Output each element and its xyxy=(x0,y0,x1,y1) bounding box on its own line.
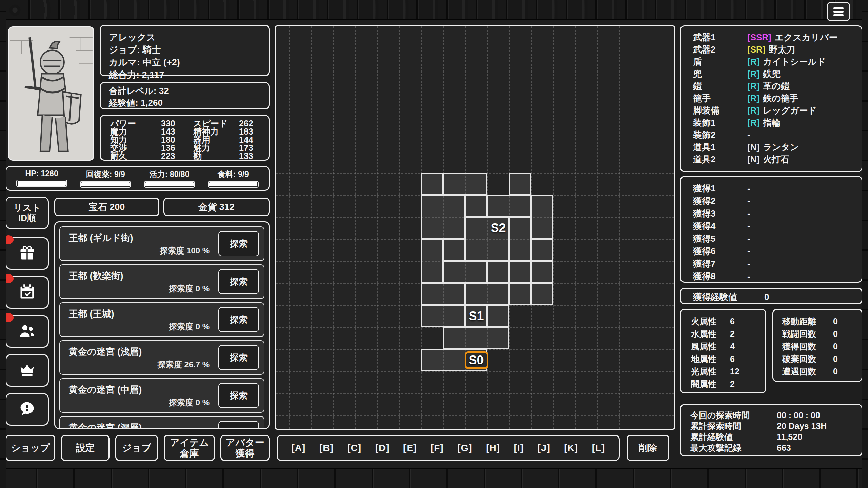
job-button[interactable]: ジョブ xyxy=(115,435,158,461)
button-label-line: アイテム xyxy=(170,437,209,448)
element-label: 地属性 xyxy=(691,353,730,365)
data-row: 獲得8- xyxy=(693,270,858,283)
room-outline xyxy=(509,283,531,305)
ornamental-border-bottom xyxy=(0,468,868,488)
button-label: アバター獲得 xyxy=(226,437,264,459)
settings-button[interactable]: 設定 xyxy=(61,435,110,461)
explore-button[interactable]: 探索 xyxy=(218,383,259,408)
gems-button[interactable]: 宝石 200 xyxy=(54,198,159,216)
users-icon xyxy=(18,322,36,341)
equipment-slot: 籠手 xyxy=(693,92,747,104)
stat-value: 143 xyxy=(161,127,193,136)
data-row: 獲得1- xyxy=(693,182,858,195)
room-outline xyxy=(421,173,443,195)
time-label: 累計経験値 xyxy=(690,431,777,442)
shop-button[interactable]: ショップ xyxy=(5,435,55,461)
character-info-panel: アレックス ジョブ: 騎士 カルマ: 中立 (+2) 総合力: 2,117 xyxy=(100,25,270,76)
location-item[interactable]: 黄金の迷宮 (深層)探索度 0 %探索 xyxy=(59,416,264,429)
map-label-s0[interactable]: S0 xyxy=(464,351,488,369)
room-outline xyxy=(421,283,465,305)
time-label: 最大攻撃記録 xyxy=(690,442,777,453)
menu-button[interactable] xyxy=(827,2,850,21)
equipment-name: 革の鎧 xyxy=(763,80,790,92)
slot-letter-C[interactable]: [C] xyxy=(347,443,361,453)
slot-letter-K[interactable]: [K] xyxy=(564,443,578,453)
slot-letter-E[interactable]: [E] xyxy=(403,443,417,453)
room-outline xyxy=(443,261,487,283)
gold-label: 金貨 312 xyxy=(198,201,235,213)
equipment-row: 道具1[N]ランタン xyxy=(693,141,858,153)
rarity-tag: [R] xyxy=(747,80,760,92)
button-label-line: ジョブ xyxy=(122,443,151,453)
ranking-button[interactable] xyxy=(5,354,49,387)
equipment-row: 装飾2- xyxy=(693,129,858,141)
character-portrait xyxy=(8,26,94,161)
location-item[interactable]: 王都 (ギルド街)探索度 100 %探索 xyxy=(59,226,264,261)
equipment-slot: 道具2 xyxy=(693,153,747,165)
data-row: 遭遇回数0 xyxy=(782,365,853,378)
party-button[interactable] xyxy=(5,315,49,348)
location-item[interactable]: 王都 (歓楽街)探索度 0 %探索 xyxy=(59,264,264,299)
explore-button[interactable]: 探索 xyxy=(218,345,259,370)
slot-letter-H[interactable]: [H] xyxy=(486,443,500,453)
element-label: 闇属性 xyxy=(691,378,730,390)
equipment-row: 盾[R]カイトシールド xyxy=(693,56,858,68)
resource-gauge: HP: 1260 xyxy=(10,169,74,188)
gold-button[interactable]: 金貨 312 xyxy=(163,198,270,216)
equipment-slot: 道具1 xyxy=(693,141,747,153)
explore-button[interactable]: 探索 xyxy=(218,307,259,332)
explore-button[interactable]: 探索 xyxy=(218,231,259,256)
resource-gauge: 回復薬: 9/9 xyxy=(74,169,137,188)
room-outline xyxy=(421,195,465,239)
location-item[interactable]: 黄金の迷宮 (浅層)探索度 26.7 %探索 xyxy=(59,340,264,375)
equipment-slot: 武器1 xyxy=(693,31,747,43)
data-row: 獲得3- xyxy=(693,207,858,220)
grid-line-horizontal xyxy=(276,415,674,416)
rarity-tag: [R] xyxy=(747,56,760,68)
daily-calendar-button[interactable] xyxy=(5,276,49,309)
button-label-line: 獲得 xyxy=(226,448,264,459)
location-item[interactable]: 王都 (王城)探索度 0 %探索 xyxy=(59,302,264,337)
slot-letter-D[interactable]: [D] xyxy=(375,443,390,453)
gain-value: - xyxy=(747,245,750,258)
location-name: 黄金の迷宮 (浅層) xyxy=(69,346,142,358)
slot-letter-J[interactable]: [J] xyxy=(538,443,550,453)
delete-button[interactable]: 削除 xyxy=(627,435,669,461)
stat-label: 勘 xyxy=(193,152,239,160)
location-name: 王都 (王城) xyxy=(69,308,114,320)
counter-label: 戦闘回数 xyxy=(782,328,833,340)
stat-value: 136 xyxy=(161,144,193,152)
counter-value: 0 xyxy=(833,365,838,378)
gift-button[interactable] xyxy=(5,237,49,270)
explore-button[interactable]: 探索 xyxy=(218,421,259,429)
gain-value: - xyxy=(747,232,750,245)
character-job: ジョブ: 騎士 xyxy=(109,44,260,56)
time-value: 11,520 xyxy=(777,431,802,442)
room-outline xyxy=(531,239,553,261)
slot-letter-L[interactable]: [L] xyxy=(592,443,605,453)
list-sort-button[interactable]: リスト ID順 xyxy=(5,197,49,229)
room-outline xyxy=(509,173,531,195)
slot-letter-I[interactable]: [I] xyxy=(514,443,524,453)
slot-letter-G[interactable]: [G] xyxy=(457,443,472,453)
notice-button[interactable] xyxy=(5,393,49,426)
gain-exp-label: 獲得経験値 xyxy=(693,291,747,303)
equipment-name: レッグガード xyxy=(763,104,817,117)
grid-line-horizontal xyxy=(276,371,674,372)
item-storage-button[interactable]: アイテム倉庫 xyxy=(164,435,215,461)
room-outline xyxy=(531,261,553,283)
slot-letter-B[interactable]: [B] xyxy=(319,443,334,453)
slot-letter-F[interactable]: [F] xyxy=(431,443,444,453)
gain-slot: 獲得4 xyxy=(693,220,747,232)
resource-bars-panel: HP: 1260回復薬: 9/9活力: 80/80食料: 9/9 xyxy=(5,166,270,191)
avatar-get-button[interactable]: アバター獲得 xyxy=(220,435,270,461)
gain-value: - xyxy=(747,220,750,232)
location-item[interactable]: 黄金の迷宮 (中層)探索度 0 %探索 xyxy=(59,378,264,413)
stat-value: 180 xyxy=(161,136,193,144)
equipment-row: 武器2[SR]野太刀 xyxy=(693,43,858,56)
equipment-name: 野太刀 xyxy=(769,43,795,56)
equipment-slot: 装飾2 xyxy=(693,129,747,141)
slot-letter-A[interactable]: [A] xyxy=(292,443,306,453)
dungeon-map[interactable]: S2S1S0 xyxy=(275,25,675,430)
explore-button[interactable]: 探索 xyxy=(218,269,259,294)
